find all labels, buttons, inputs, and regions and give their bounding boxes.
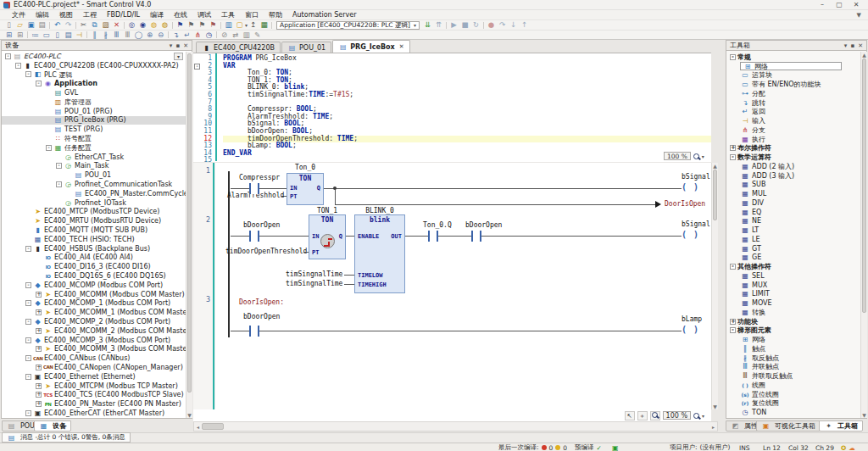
minimize-button[interactable]: – [817, 1, 827, 8]
toolbox-item-lt[interactable]: ▦LT [726, 226, 866, 235]
tree-item-ethercat-task[interactable]: ◶EtherCAT_Task [2, 153, 192, 162]
tree-item-profinet-communicationtask[interactable]: -◶Profinet_CommunicationTask [2, 180, 192, 189]
coil-operand[interactable]: bLamp [682, 315, 702, 323]
bookmark-next-button[interactable]: ⚑ [186, 20, 197, 30]
menu-item-project[interactable]: 工程 [78, 10, 102, 19]
toolbox-section-item-11[interactable]: -数学运算符 [726, 153, 866, 162]
step-over-button[interactable]: ↷ [497, 20, 508, 30]
insert-parallel-negated-contact-button[interactable]: Ⅲ [122, 31, 133, 40]
toggle-breakpoint-button[interactable]: ● [486, 20, 497, 30]
timehigh-operand[interactable]: timSingnalTime [286, 280, 342, 287]
toolbox-item-item-5[interactable]: ↴跳转 [726, 98, 866, 108]
collapse-icon[interactable]: - [25, 246, 31, 252]
devices-filter-dropdown[interactable]: ▾ [174, 53, 183, 60]
tab-close-icon[interactable]: ✕ [399, 43, 404, 50]
toolbox-item-item-36[interactable]: ( )线圈 [726, 381, 866, 390]
toolbox-item-item-38[interactable]: (r)复位线圈 [726, 399, 866, 409]
tree-item-ec400-ai4-ec400-ai4[interactable]: IOEC400_AI4 (EC400 AI4) [2, 253, 192, 263]
collapse-icon[interactable]: - [730, 54, 736, 60]
insert-set-coil-button[interactable]: ⊕ [144, 31, 155, 40]
tree-item-pou-01[interactable]: ▤POU_01 [2, 170, 192, 180]
toolbox-item-move[interactable]: ▦MOVE [726, 298, 866, 308]
collapse-icon[interactable]: - [730, 327, 736, 333]
toolbox-item-gt[interactable]: ▦GT [726, 244, 866, 253]
open-project-button[interactable]: ▱ [14, 20, 25, 30]
tree-item-ec400-mcomp-modbus-com-port[interactable]: -◆EC400_MCOMP (Modbus COM Port) [2, 281, 192, 290]
contact-compresspr[interactable] [249, 183, 259, 194]
messages-tab[interactable]: ▤ 消息 -总计 0 个错误, 0警告, 0条消息 [2, 432, 131, 443]
ton1-block[interactable]: TON IN PT Q [309, 214, 346, 259]
insert-negated-contact-button[interactable]: ∦ [100, 31, 111, 40]
tree-item-ec400-pn-master-ec400-pn-master[interactable]: +PNEC400_PN_Master (EC400 PN Master) [2, 399, 192, 409]
tree-item-ec400-canopen-canopen-manager[interactable]: +CANEC400_CANopen (CANopen_Manager) [2, 363, 192, 372]
tree-item-item-9[interactable]: ∷符号配置 [2, 134, 192, 143]
menu-item-debug[interactable]: 调试 [192, 10, 216, 19]
magnifier-icon[interactable] [693, 153, 699, 159]
delete-button[interactable]: ✕ [111, 20, 122, 30]
collapse-icon[interactable]: - [25, 374, 31, 380]
block-instance-name[interactable]: Ton_0 [287, 164, 324, 171]
tree-item-main-task[interactable]: -◶Main_Task [2, 162, 192, 171]
insert-box-with-en-eno-button[interactable]: ▤ [63, 31, 74, 40]
ladder-vscrollbar[interactable]: ▲ ▼ [711, 163, 718, 409]
collapse-icon[interactable]: - [15, 63, 21, 69]
jump-target[interactable]: DoorIsOpen [665, 200, 705, 208]
ladder-editor[interactable]: 1 Compresspr AlarmTreshhold Ton_0 TON IN… [193, 163, 711, 409]
pan-tool-button[interactable]: ＋ [637, 411, 648, 420]
quick-search-button[interactable]: ◍ [148, 20, 159, 30]
network-1-number[interactable]: 1 [198, 167, 210, 175]
declaration-editor[interactable]: 1PROGRAM PRG_IceBox-2VAR3 Ton_0: TON;4 T… [193, 53, 711, 162]
network-2-number[interactable]: 2 [198, 216, 210, 224]
scrollbar-thumb[interactable] [202, 423, 224, 430]
tree-item-profinet-iotask[interactable]: ◶Profinet_IOTask [2, 198, 192, 208]
coil-operand[interactable]: bSignal [682, 220, 710, 228]
contact-operand[interactable]: bDoorOpen [243, 313, 280, 320]
tree-item-pou-01-prg[interactable]: ▤POU_01 (PRG) [2, 107, 192, 116]
toolbox-item-item-1[interactable]: ⊞网络 [726, 62, 866, 71]
expand-icon[interactable]: + [36, 383, 42, 389]
combo-arrow-icon[interactable]: ▾ [414, 22, 416, 28]
menu-item-file[interactable]: 文件 [7, 10, 31, 19]
code-line-14[interactable]: 14END_VAR [193, 150, 711, 158]
tree-item-ec400-plc[interactable]: -▤EC400-PLC▾ [2, 52, 192, 61]
export-button[interactable]: ↥ [248, 20, 259, 30]
toolbox-dropdown-icon[interactable]: ▾ [844, 42, 848, 49]
zoom-tool-button[interactable] [650, 411, 660, 420]
save-button[interactable]: ▣ [25, 20, 36, 30]
toolbox-item-ne[interactable]: ▦NE [726, 217, 866, 226]
tree-item-ec400-mcomp-1-modbus-com-port[interactable]: -◆EC400_MCOMP_1 (Modbus COM Port) [2, 299, 192, 309]
tree-item-ec400-mtcpm-modbus-tcp-master[interactable]: +➤EC400_MTCPM (Modbus TCP Master) [2, 381, 192, 391]
insert-branch-button[interactable]: ⋔ [192, 31, 203, 40]
code-line-1[interactable]: 1PROGRAM PRG_IceBox [193, 55, 711, 63]
toolbox-item-sub[interactable]: ▦SUB [726, 181, 866, 190]
contact-operand[interactable]: bDoorOpen [243, 221, 280, 229]
tree-item-gvl[interactable]: ▤GVL [2, 88, 192, 97]
toolbox-section-item-0[interactable]: -常规 [726, 53, 866, 62]
blink-block[interactable]: blink ENABLE OUT TIMELOW TIMEHIGH [354, 214, 405, 293]
tree-item-ec400-hsbus-backplane-bus[interactable]: -▮EC400_HSBUS (Backplane Bus) [2, 244, 192, 253]
collapse-icon[interactable]: - [25, 319, 31, 325]
toolbox-item-div[interactable]: ▦DIV [726, 198, 866, 208]
scroll-right-icon[interactable]: ▸ [709, 424, 717, 430]
toolbox-item-item-32[interactable]: ‖触点 [726, 344, 866, 354]
insert-assignment-button[interactable]: ≔ [30, 31, 41, 40]
expand-icon[interactable]: + [36, 292, 42, 298]
tree-item-ec400-ethercat-ethercat-master[interactable]: -▣EC400_EtherCAT (EtherCAT Master) [2, 409, 192, 418]
declaration-zoom-level[interactable]: 100 % [664, 152, 691, 160]
collapse-icon[interactable]: - [25, 300, 31, 306]
close-button[interactable]: ✕ [851, 1, 861, 8]
toolbox-item-item-28[interactable]: ▦转换 [726, 308, 866, 317]
maximize-button[interactable]: ▢ [834, 1, 844, 8]
toolbox-item-item-35[interactable]: Ⅲ并联取反触点 [726, 371, 866, 381]
menu-item-view[interactable]: 视图 [54, 10, 78, 19]
tree-item-prg-icebox-prg[interactable]: ▤PRG_IceBox (PRG) [2, 116, 192, 125]
tab-prg-icebox[interactable]: ▤ PRG_IceBox ✕ [332, 40, 409, 53]
device-repository-button[interactable]: ▦ [259, 20, 270, 30]
toolbox-section-item-29[interactable]: +功能块 [726, 317, 866, 326]
pt-operand[interactable]: timDoorOpenThreshold [225, 248, 307, 255]
code-line-6[interactable]: 6 timSingnalTime:TIME:=T#1S; [193, 92, 711, 99]
toolbox-pin-icon[interactable]: ▪ [850, 42, 854, 49]
timelow-operand[interactable]: timSingnalTime [286, 270, 342, 278]
network-3-number[interactable]: 3 [198, 296, 210, 303]
tree-item-ec400-mqtt-mqtt-sub-pub[interactable]: ▮EC400_MQTT (MQTT SUB PUB) [2, 226, 192, 235]
